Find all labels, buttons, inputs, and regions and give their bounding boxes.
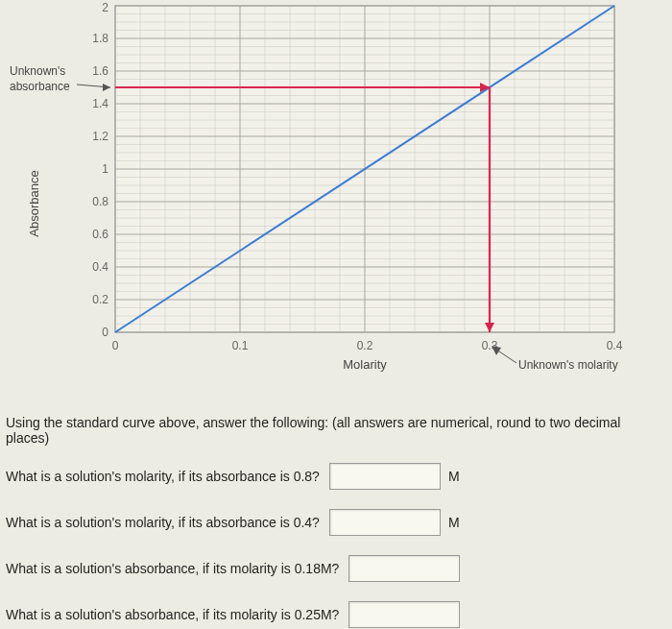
svg-text:0.6: 0.6 <box>92 228 108 241</box>
question-1-unit: M <box>448 469 460 484</box>
question-2-input[interactable] <box>329 509 441 536</box>
question-row-4: What is a solution's absorbance, if its … <box>6 601 666 628</box>
svg-text:Unknown's: Unknown's <box>10 64 65 78</box>
unknown-molarity-annotation: Unknown's molarity <box>492 346 618 372</box>
svg-text:0.1: 0.1 <box>232 339 249 352</box>
svg-text:0.2: 0.2 <box>92 293 108 306</box>
y-axis-label: Absorbance <box>27 170 41 236</box>
question-1-input[interactable] <box>329 463 441 490</box>
question-row-2: What is a solution's molarity, if its ab… <box>6 509 666 536</box>
svg-text:0.4: 0.4 <box>607 339 623 352</box>
svg-text:0.2: 0.2 <box>357 339 373 352</box>
question-3-text: What is a solution's absorbance, if its … <box>6 561 339 576</box>
question-4-text: What is a solution's absorbance, if its … <box>6 607 339 622</box>
question-row-1: What is a solution's molarity, if its ab… <box>6 463 666 490</box>
svg-text:0: 0 <box>102 326 108 339</box>
question-3-input[interactable] <box>348 555 460 582</box>
question-1-text: What is a solution's molarity, if its ab… <box>6 469 320 484</box>
question-2-text: What is a solution's molarity, if its ab… <box>6 515 320 530</box>
svg-text:0.8: 0.8 <box>92 195 108 208</box>
svg-text:1.8: 1.8 <box>92 32 108 45</box>
svg-text:0: 0 <box>112 339 119 352</box>
svg-text:1.6: 1.6 <box>92 64 108 78</box>
y-tick-labels: 0 0.2 0.4 0.6 0.8 1 1.2 1.4 1.6 1.8 2 <box>92 1 108 339</box>
questions-block: Using the standard curve above, answer t… <box>6 415 666 629</box>
chart-svg: 0 0.2 0.4 0.6 0.8 1 1.2 1.4 1.6 1.8 2 0 … <box>0 0 672 403</box>
svg-text:2: 2 <box>102 1 108 14</box>
svg-marker-82 <box>103 84 110 91</box>
svg-text:absorbance: absorbance <box>10 80 70 93</box>
chart-container: 0 0.2 0.4 0.6 0.8 1 1.2 1.4 1.6 1.8 2 0 … <box>0 0 672 403</box>
question-row-3: What is a solution's absorbance, if its … <box>6 555 666 582</box>
svg-text:1.4: 1.4 <box>92 97 108 110</box>
svg-text:1.2: 1.2 <box>92 130 108 143</box>
svg-text:Unknown's molarity: Unknown's molarity <box>518 358 618 372</box>
instructions-text: Using the standard curve above, answer t… <box>6 415 666 446</box>
svg-text:1: 1 <box>102 162 108 176</box>
svg-text:0.4: 0.4 <box>92 260 108 274</box>
question-2-unit: M <box>448 515 460 530</box>
x-tick-labels: 0 0.1 0.2 0.3 0.4 <box>112 339 623 352</box>
x-axis-label: Molarity <box>343 357 387 372</box>
plot-area <box>115 6 614 332</box>
question-4-input[interactable] <box>348 601 460 628</box>
